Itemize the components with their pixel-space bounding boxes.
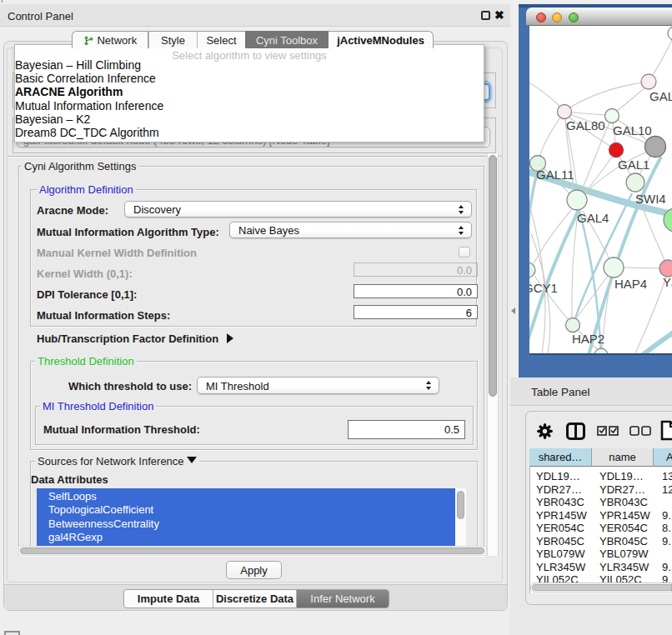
svg-text:GCY1: GCY1 [529, 281, 558, 295]
svg-text:HAP4: HAP4 [614, 277, 647, 291]
svg-text:GAL1: GAL1 [618, 158, 649, 172]
svg-text:GAL7: GAL7 [649, 89, 672, 103]
svg-text:GAL80: GAL80 [566, 118, 605, 132]
svg-text:GAL11: GAL11 [536, 168, 574, 182]
svg-text:GAL4: GAL4 [577, 211, 609, 225]
svg-text:SWI4: SWI4 [635, 192, 666, 206]
svg-text:HAP2: HAP2 [572, 332, 604, 346]
svg-text:GAL10: GAL10 [613, 123, 652, 138]
svg-text:YJ: YJ [663, 275, 672, 289]
